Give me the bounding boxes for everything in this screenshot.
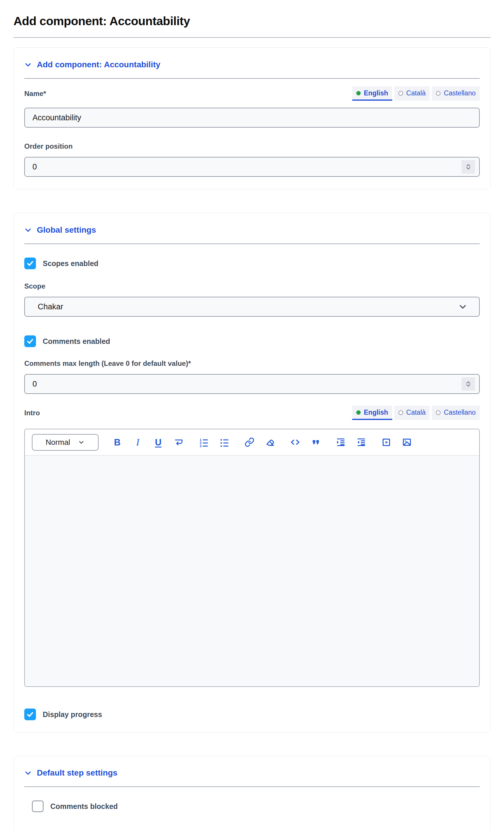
lang-tab-castellano-intro[interactable]: Castellano xyxy=(432,406,480,420)
lang-tab-castellano[interactable]: Castellano xyxy=(432,86,480,101)
paragraph-style-select[interactable]: Normal xyxy=(32,434,99,451)
video-button[interactable] xyxy=(380,436,393,449)
ordered-list-button[interactable]: 123 xyxy=(197,436,210,449)
checkbox-scopes-enabled[interactable] xyxy=(24,258,36,269)
link-button[interactable] xyxy=(243,436,256,449)
radio-selected-icon xyxy=(356,91,361,95)
lang-tab-label: Català xyxy=(406,409,426,416)
check-icon xyxy=(26,259,34,267)
section-toggle-add-component[interactable]: Add component: Accountability xyxy=(24,60,160,69)
blockquote-button[interactable] xyxy=(309,436,322,449)
number-stepper[interactable] xyxy=(462,160,475,173)
image-icon xyxy=(402,437,412,447)
name-field-row: Name* English Català Castellano xyxy=(24,86,480,101)
name-label: Name* xyxy=(24,90,46,98)
indent-button[interactable] xyxy=(334,436,347,449)
checkbox-label: Comments blocked xyxy=(50,802,118,811)
indent-icon xyxy=(336,437,346,447)
checkbox-comments-blocked[interactable] xyxy=(32,800,43,812)
check-icon xyxy=(26,337,34,345)
bold-icon: B xyxy=(114,438,121,447)
eraser-icon xyxy=(265,437,275,447)
ordered-list-icon: 123 xyxy=(199,437,209,447)
line-break-button[interactable] xyxy=(172,436,185,449)
lang-tab-catala[interactable]: Català xyxy=(394,86,430,101)
radio-unselected-icon xyxy=(436,91,440,96)
language-selector-name: English Català Castellano xyxy=(352,86,480,101)
section-divider xyxy=(24,78,480,79)
outdent-icon xyxy=(356,437,366,447)
underline-icon: U xyxy=(155,438,162,447)
checkbox-label: Comments enabled xyxy=(43,337,110,346)
code-icon xyxy=(290,437,300,447)
chevron-down-icon xyxy=(24,61,32,68)
radio-selected-icon xyxy=(356,410,361,415)
stepper-arrows-icon xyxy=(464,380,472,388)
line-break-icon xyxy=(174,437,184,447)
section-title: Add component: Accountability xyxy=(37,60,160,69)
check-icon xyxy=(26,710,34,719)
lang-tab-label: Català xyxy=(406,89,426,97)
lang-tab-catala-intro[interactable]: Català xyxy=(394,406,430,420)
checkbox-row-display-progress[interactable]: Display progress xyxy=(24,708,480,720)
name-input[interactable] xyxy=(24,108,480,128)
italic-button[interactable]: I xyxy=(131,436,144,449)
paragraph-style-value: Normal xyxy=(46,438,70,447)
scope-label: Scope xyxy=(24,282,480,290)
comments-max-length-input[interactable] xyxy=(24,374,480,394)
checkbox-display-progress[interactable] xyxy=(24,708,36,720)
intro-label: Intro xyxy=(24,409,40,417)
scope-select-value: Chakar xyxy=(38,302,63,311)
order-position-label: Order position xyxy=(24,142,480,151)
section-toggle-global-settings[interactable]: Global settings xyxy=(24,225,96,235)
lang-tab-english[interactable]: English xyxy=(352,86,392,101)
intro-field-row: Intro English Català Castellano xyxy=(24,406,480,420)
italic-icon: I xyxy=(136,438,139,447)
section-title: Default step settings xyxy=(37,768,117,777)
svg-text:3: 3 xyxy=(200,444,202,447)
lang-tab-label: Castellano xyxy=(444,409,476,416)
section-divider xyxy=(24,244,480,244)
order-position-field xyxy=(24,157,480,177)
card-add-component: Add component: Accountability Name* Engl… xyxy=(13,47,491,189)
checkbox-label: Display progress xyxy=(43,710,102,719)
bullet-list-button[interactable] xyxy=(218,436,231,449)
stepper-arrows-icon xyxy=(464,163,472,171)
remove-format-button[interactable] xyxy=(264,436,276,449)
page-title: Add component: Accountability xyxy=(13,0,491,28)
comments-max-length-field xyxy=(24,374,480,394)
underline-button[interactable]: U xyxy=(152,436,165,449)
image-button[interactable] xyxy=(400,436,413,449)
number-stepper[interactable] xyxy=(462,377,475,391)
radio-unselected-icon xyxy=(436,410,440,415)
chevron-down-icon xyxy=(78,439,85,446)
lang-tab-english-intro[interactable]: English xyxy=(352,406,392,420)
blockquote-icon xyxy=(311,437,321,447)
order-position-input[interactable] xyxy=(24,157,480,177)
title-divider xyxy=(13,37,491,38)
card-default-step-settings: Default step settings Comments blocked xyxy=(13,756,491,830)
radio-unselected-icon xyxy=(398,91,403,96)
editor-content[interactable] xyxy=(25,455,479,686)
code-block-button[interactable] xyxy=(289,436,302,449)
video-icon xyxy=(381,437,391,447)
chevron-down-icon xyxy=(24,769,32,777)
lang-tab-label: English xyxy=(364,409,388,416)
outdent-button[interactable] xyxy=(355,436,368,449)
checkbox-row-scopes-enabled[interactable]: Scopes enabled xyxy=(24,258,480,269)
section-toggle-default-step-settings[interactable]: Default step settings xyxy=(24,768,117,777)
language-selector-intro: English Català Castellano xyxy=(352,406,480,420)
link-icon xyxy=(244,437,255,447)
section-title: Global settings xyxy=(37,225,96,235)
bold-button[interactable]: B xyxy=(111,436,124,449)
card-global-settings: Global settings Scopes enabled Scope Cha… xyxy=(13,213,491,733)
checkbox-comments-enabled[interactable] xyxy=(24,336,36,347)
comments-max-length-label: Comments max length (Leave 0 for default… xyxy=(24,359,480,368)
radio-unselected-icon xyxy=(398,410,403,415)
lang-tab-label: Castellano xyxy=(444,89,476,97)
checkbox-row-comments-enabled[interactable]: Comments enabled xyxy=(24,336,480,347)
chevron-down-icon xyxy=(458,302,467,311)
scope-select[interactable]: Chakar xyxy=(24,297,480,317)
lang-tab-label: English xyxy=(364,89,388,97)
checkbox-row-comments-blocked[interactable]: Comments blocked xyxy=(32,800,480,812)
